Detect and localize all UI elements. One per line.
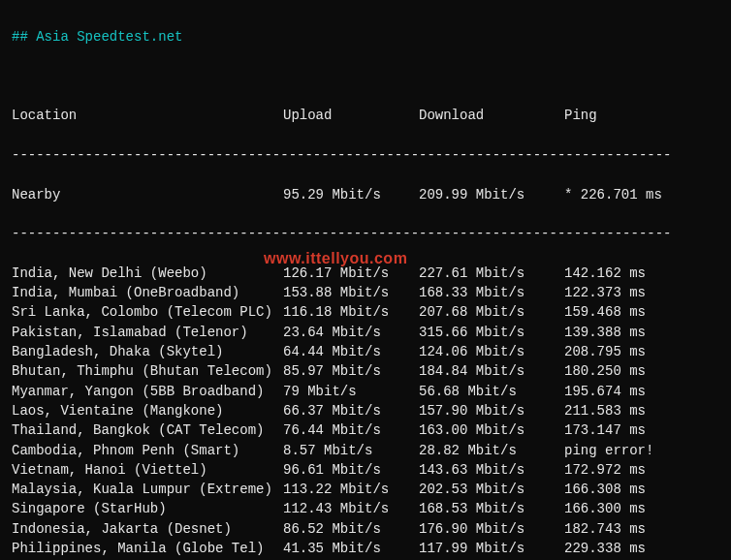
- cell-ping: 195.674 ms: [564, 382, 646, 401]
- cell-upload: 41.35 Mbit/s: [283, 539, 419, 558]
- table-row: India, Mumbai (OneBroadband)153.88 Mbit/…: [12, 283, 719, 302]
- nearby-row: Nearby95.29 Mbit/s209.99 Mbit/s* 226.701…: [12, 185, 719, 204]
- cell-download: 157.90 Mbit/s: [419, 401, 564, 420]
- table-row: Sri Lanka, Colombo (Telecom PLC)116.18 M…: [12, 302, 719, 322]
- results-body: India, New Delhi (Weebo)126.17 Mbit/s227…: [12, 264, 719, 560]
- header-download: Download: [419, 106, 564, 125]
- cell-upload: 96.61 Mbit/s: [283, 460, 419, 480]
- header-location: Location: [12, 106, 283, 125]
- table-row: Laos, Vientaine (Mangkone)66.37 Mbit/s15…: [12, 401, 719, 420]
- terminal-output: ## Asia Speedtest.net LocationUploadDown…: [0, 0, 731, 560]
- nearby-label: Nearby: [12, 185, 283, 204]
- table-row: Malaysia, Kuala Lumpur (Extreme)113.22 M…: [12, 480, 719, 499]
- cell-ping: 173.147 ms: [564, 420, 646, 440]
- cell-ping: 166.308 ms: [564, 480, 646, 499]
- cell-upload: 76.44 Mbit/s: [283, 420, 419, 440]
- cell-location: Sri Lanka, Colombo (Telecom PLC): [12, 302, 283, 322]
- section-title: ## Asia Speedtest.net: [12, 27, 719, 47]
- table-row: Singapore (StarHub)112.43 Mbit/s168.53 M…: [12, 499, 719, 518]
- cell-ping: 142.162 ms: [564, 264, 646, 283]
- cell-download: 163.00 Mbit/s: [419, 420, 564, 440]
- table-header: LocationUploadDownloadPing: [12, 106, 719, 125]
- cell-download: 56.68 Mbit/s: [419, 382, 564, 401]
- header-ping: Ping: [564, 106, 597, 125]
- blank-line: [12, 67, 719, 86]
- cell-download: 176.90 Mbit/s: [419, 519, 564, 539]
- cell-upload: 23.64 Mbit/s: [283, 323, 419, 342]
- table-row: Philippines, Manila (Globe Tel)41.35 Mbi…: [12, 539, 719, 558]
- cell-location: India, Mumbai (OneBroadband): [12, 283, 283, 302]
- cell-download: 202.53 Mbit/s: [419, 480, 564, 499]
- cell-ping: ping error!: [564, 441, 653, 460]
- nearby-download: 209.99 Mbit/s: [419, 185, 564, 204]
- cell-upload: 79 Mbit/s: [283, 382, 419, 401]
- cell-location: Laos, Vientaine (Mangkone): [12, 401, 283, 420]
- cell-ping: 159.468 ms: [564, 302, 646, 322]
- cell-ping: 208.795 ms: [564, 342, 646, 361]
- cell-location: Thailand, Bangkok (CAT Telecom): [12, 420, 283, 440]
- cell-upload: 8.57 Mbit/s: [283, 441, 419, 460]
- cell-location: India, New Delhi (Weebo): [12, 264, 283, 283]
- cell-ping: 211.583 ms: [564, 401, 646, 420]
- cell-ping: 139.388 ms: [564, 323, 646, 342]
- table-row: Myanmar, Yangon (5BB Broadband)79 Mbit/s…: [12, 382, 719, 401]
- cell-upload: 85.97 Mbit/s: [283, 361, 419, 381]
- cell-location: Malaysia, Kuala Lumpur (Extreme): [12, 480, 283, 499]
- cell-download: 168.53 Mbit/s: [419, 499, 564, 518]
- cell-location: Indonesia, Jakarta (Desnet): [12, 519, 283, 539]
- divider-line: ----------------------------------------…: [12, 224, 719, 243]
- cell-upload: 112.43 Mbit/s: [283, 499, 419, 518]
- cell-location: Bhutan, Thimphu (Bhutan Telecom): [12, 361, 283, 381]
- cell-upload: 113.22 Mbit/s: [283, 480, 419, 499]
- cell-upload: 86.52 Mbit/s: [283, 519, 419, 539]
- cell-location: Pakistan, Islamabad (Telenor): [12, 323, 283, 342]
- cell-download: 168.33 Mbit/s: [419, 283, 564, 302]
- cell-location: Cambodia, Phnom Penh (Smart): [12, 441, 283, 460]
- cell-download: 124.06 Mbit/s: [419, 342, 564, 361]
- cell-location: Myanmar, Yangon (5BB Broadband): [12, 382, 283, 401]
- nearby-ping: * 226.701 ms: [564, 185, 662, 204]
- cell-download: 315.66 Mbit/s: [419, 323, 564, 342]
- cell-ping: 122.373 ms: [564, 283, 646, 302]
- divider-line: ----------------------------------------…: [12, 145, 719, 165]
- cell-ping: 229.338 ms: [564, 539, 646, 558]
- table-row: Bhutan, Thimphu (Bhutan Telecom)85.97 Mb…: [12, 361, 719, 381]
- cell-ping: 182.743 ms: [564, 519, 646, 539]
- cell-location: Philippines, Manila (Globe Tel): [12, 539, 283, 558]
- cell-download: 28.82 Mbit/s: [419, 441, 564, 460]
- table-row: Pakistan, Islamabad (Telenor)23.64 Mbit/…: [12, 323, 719, 342]
- cell-location: Bangladesh, Dhaka (Skytel): [12, 342, 283, 361]
- table-row: Indonesia, Jakarta (Desnet)86.52 Mbit/s1…: [12, 519, 719, 539]
- cell-upload: 116.18 Mbit/s: [283, 302, 419, 322]
- watermark-text: www.ittellyou.com: [264, 250, 407, 267]
- nearby-upload: 95.29 Mbit/s: [283, 185, 419, 204]
- cell-upload: 153.88 Mbit/s: [283, 283, 419, 302]
- table-row: Thailand, Bangkok (CAT Telecom)76.44 Mbi…: [12, 420, 719, 440]
- cell-ping: 180.250 ms: [564, 361, 646, 381]
- header-upload: Upload: [283, 106, 419, 125]
- cell-upload: 66.37 Mbit/s: [283, 401, 419, 420]
- cell-download: 117.99 Mbit/s: [419, 539, 564, 558]
- cell-ping: 172.972 ms: [564, 460, 646, 480]
- table-row: Vietnam, Hanoi (Viettel)96.61 Mbit/s143.…: [12, 460, 719, 480]
- cell-download: 184.84 Mbit/s: [419, 361, 564, 381]
- cell-location: Singapore (StarHub): [12, 499, 283, 518]
- cell-download: 227.61 Mbit/s: [419, 264, 564, 283]
- cell-download: 143.63 Mbit/s: [419, 460, 564, 480]
- cell-ping: 166.300 ms: [564, 499, 646, 518]
- table-row: Cambodia, Phnom Penh (Smart)8.57 Mbit/s2…: [12, 441, 719, 460]
- table-row: Bangladesh, Dhaka (Skytel)64.44 Mbit/s12…: [12, 342, 719, 361]
- cell-download: 207.68 Mbit/s: [419, 302, 564, 322]
- cell-upload: 64.44 Mbit/s: [283, 342, 419, 361]
- cell-location: Vietnam, Hanoi (Viettel): [12, 460, 283, 480]
